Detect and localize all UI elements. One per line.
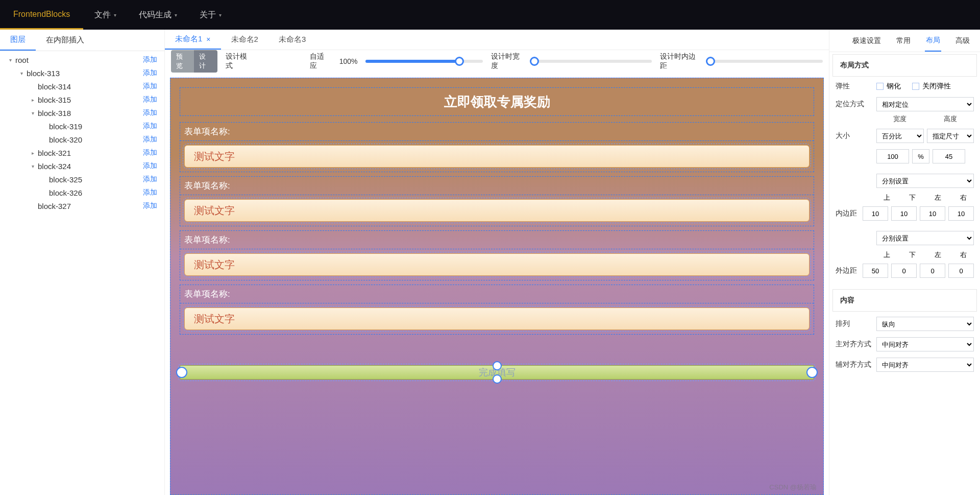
elastic-label: 弹性 <box>836 82 871 91</box>
tree-node-block-321[interactable]: ▸block-321添加 <box>0 146 164 159</box>
tree-add-button[interactable]: 添加 <box>143 148 164 157</box>
form-group-4[interactable]: 表单项名称: 测试文字 <box>180 285 814 335</box>
tree-node-label: block-319 <box>49 122 82 131</box>
tree-node-block-324[interactable]: ▾block-324添加 <box>0 159 164 173</box>
properties-tabs: 极速设置 常用 布局 高级 <box>829 30 980 52</box>
tree-caret-icon[interactable]: ▸ <box>30 150 36 156</box>
selection-handle-icon[interactable] <box>493 374 502 384</box>
selection-handle-icon[interactable] <box>493 361 502 370</box>
design-padding-slider[interactable] <box>710 60 823 63</box>
tree-add-button[interactable]: 添加 <box>143 161 164 171</box>
tree-add-button[interactable]: 添加 <box>143 82 164 91</box>
file-tab-1-label: 未命名1 <box>175 34 202 44</box>
main-align-select[interactable]: 中间对齐 <box>876 337 974 351</box>
form-input-1[interactable]: 测试文字 <box>184 145 810 168</box>
tab-common[interactable]: 常用 <box>895 30 912 52</box>
tree-caret-icon[interactable]: ▾ <box>18 70 24 76</box>
width-type-select[interactable]: 百分比 <box>876 129 924 143</box>
design-canvas[interactable]: 立即领取专属奖励 表单项名称: 测试文字 表单项名称: 测试文字 表单项名称: … <box>170 78 824 495</box>
position-label: 定位方式 <box>836 100 871 109</box>
margin-bottom-input[interactable] <box>891 264 917 278</box>
padding-left-input[interactable] <box>920 206 945 221</box>
padding-mode-select[interactable]: 分别设置 <box>876 174 974 188</box>
width-value-input[interactable] <box>876 149 909 163</box>
tree-add-button[interactable]: 添加 <box>143 122 164 131</box>
margin-top-input[interactable] <box>863 264 888 278</box>
tree-node-block-326[interactable]: block-326添加 <box>0 186 164 199</box>
form-input-3[interactable]: 测试文字 <box>184 253 810 276</box>
menu-codegen[interactable]: 代码生成▾ <box>128 0 188 30</box>
tree-caret-icon[interactable]: ▸ <box>30 97 36 103</box>
menu-file[interactable]: 文件▾ <box>83 0 128 30</box>
tree-node-label: block-320 <box>49 135 82 144</box>
height-type-select[interactable]: 指定尺寸 <box>927 129 974 143</box>
tree-node-block-318[interactable]: ▾block-318添加 <box>0 106 164 120</box>
zoom-slider[interactable] <box>365 60 483 63</box>
tree-add-button[interactable]: 添加 <box>143 188 164 197</box>
tree-add-button[interactable]: 添加 <box>143 135 164 144</box>
form-input-2[interactable]: 测试文字 <box>184 199 810 222</box>
dir-right: 右 <box>953 193 974 202</box>
tab-insert-inside[interactable]: 在内部插入 <box>36 30 94 51</box>
size-label: 大小 <box>836 131 871 140</box>
tree-add-button[interactable]: 添加 <box>143 55 164 64</box>
tree-caret-icon[interactable]: ▾ <box>30 163 36 169</box>
form-group-2[interactable]: 表单项名称: 测试文字 <box>180 176 814 226</box>
height-value-input[interactable] <box>933 149 965 163</box>
close-icon[interactable]: × <box>206 35 210 43</box>
width-unit-input[interactable] <box>912 149 929 163</box>
tree-node-label: block-313 <box>27 69 60 78</box>
file-tab-2[interactable]: 未命名2 <box>221 30 268 50</box>
form-input-4[interactable]: 测试文字 <box>184 308 810 330</box>
form-group-3[interactable]: 表单项名称: 测试文字 <box>180 230 814 280</box>
form-label-1: 表单项名称: <box>180 123 814 141</box>
tree-node-block-320[interactable]: block-320添加 <box>0 133 164 146</box>
mode-preview-button[interactable]: 预览 <box>171 50 194 73</box>
padding-top-input[interactable] <box>863 206 888 221</box>
menu-about-label: 关于 <box>200 10 216 20</box>
margin-mode-select[interactable]: 分别设置 <box>876 231 974 245</box>
design-padding-label: 设计时内边距 <box>660 52 702 70</box>
tree-node-block-319[interactable]: block-319添加 <box>0 120 164 133</box>
section-content: 内容 <box>832 289 977 312</box>
tree-node-block-327[interactable]: block-327添加 <box>0 199 164 213</box>
design-width-slider[interactable] <box>534 60 652 63</box>
tree-add-button[interactable]: 添加 <box>143 175 164 184</box>
file-tab-3[interactable]: 未命名3 <box>268 30 316 50</box>
steel-label: 钢化 <box>887 82 901 91</box>
tree-caret-icon[interactable]: ▾ <box>30 110 36 116</box>
tree-node-block-315[interactable]: ▸block-315添加 <box>0 93 164 106</box>
position-select[interactable]: 相对定位 <box>876 97 974 111</box>
banner-title-block[interactable]: 立即领取专属奖励 <box>180 87 814 116</box>
tree-add-button[interactable]: 添加 <box>143 201 164 210</box>
form-label-4: 表单项名称: <box>180 285 814 303</box>
tree-node-block-325[interactable]: block-325添加 <box>0 173 164 186</box>
arrange-label: 排列 <box>836 319 871 328</box>
menu-about[interactable]: 关于▾ <box>188 0 233 30</box>
tree-caret-icon[interactable]: ▾ <box>7 57 13 63</box>
margin-left-input[interactable] <box>920 264 945 278</box>
tree-add-button[interactable]: 添加 <box>143 108 164 117</box>
arrange-select[interactable]: 纵向 <box>876 317 974 331</box>
padding-bottom-input[interactable] <box>891 206 917 221</box>
mode-design-button[interactable]: 设计 <box>194 50 217 73</box>
tree-add-button[interactable]: 添加 <box>143 95 164 104</box>
tab-quick-settings[interactable]: 极速设置 <box>851 30 882 52</box>
close-elastic-checkbox[interactable] <box>912 83 919 90</box>
tree-node-block-313[interactable]: ▾block-313添加 <box>0 66 164 80</box>
form-group-1[interactable]: 表单项名称: 测试文字 <box>180 122 814 172</box>
file-tab-1[interactable]: 未命名1× <box>165 30 221 50</box>
steel-checkbox[interactable] <box>876 83 884 90</box>
tab-layout[interactable]: 布局 <box>925 30 941 52</box>
tab-layers[interactable]: 图层 <box>0 30 36 51</box>
padding-right-input[interactable] <box>948 206 974 221</box>
tree-add-button[interactable]: 添加 <box>143 68 164 78</box>
cross-align-select[interactable]: 中间对齐 <box>876 358 974 372</box>
tree-node-root[interactable]: ▾root添加 <box>0 53 164 66</box>
submit-button-block[interactable]: 完成填写 <box>180 365 814 380</box>
main-align-label: 主对齐方式 <box>836 340 871 349</box>
tab-advanced[interactable]: 高级 <box>954 30 971 52</box>
margin-right-input[interactable] <box>948 264 974 278</box>
file-tabs: 未命名1× 未命名2 未命名3 <box>165 30 829 50</box>
tree-node-block-314[interactable]: block-314添加 <box>0 80 164 93</box>
